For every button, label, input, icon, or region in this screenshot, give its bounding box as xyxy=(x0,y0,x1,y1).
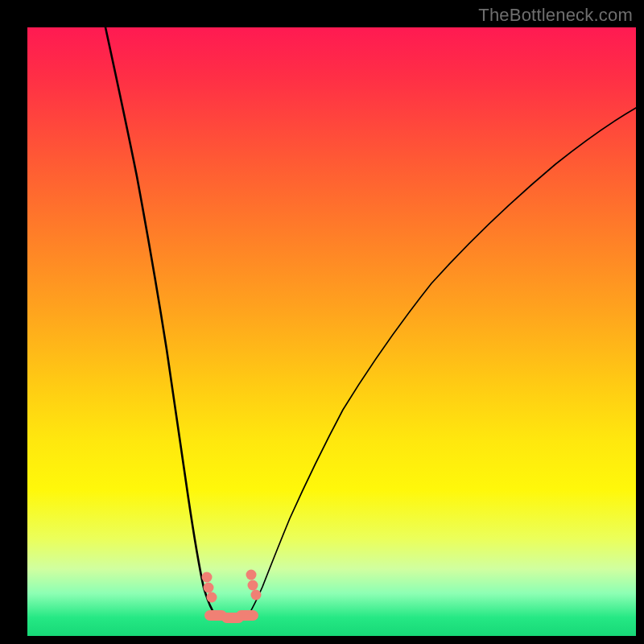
marker-cap xyxy=(221,613,244,623)
chart-stage: TheBottleneck.com xyxy=(0,0,644,644)
marker-dot xyxy=(204,583,214,593)
marker-dot xyxy=(251,590,262,601)
marker-dot xyxy=(207,592,217,603)
marker-dot xyxy=(248,580,258,591)
curve-left-arm xyxy=(105,27,216,616)
curve-layer xyxy=(27,27,636,636)
watermark-text: TheBottleneck.com xyxy=(478,5,633,26)
marker-cap xyxy=(204,610,227,621)
marker-cap xyxy=(236,610,258,621)
marker-dot xyxy=(202,572,213,583)
marker-dot xyxy=(246,570,257,580)
plot-area xyxy=(27,27,636,636)
curve-right-arm xyxy=(248,108,636,616)
